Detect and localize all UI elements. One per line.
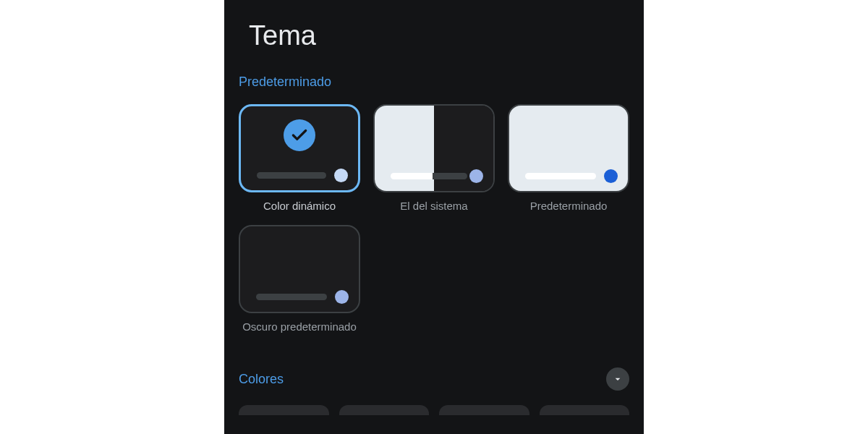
section-header-label: Colores [239, 372, 284, 387]
theme-option-system[interactable]: El del sistema [373, 104, 495, 212]
card-preview-dot [335, 290, 349, 304]
theme-grid: Color dinámico El del sistema Predetermi… [239, 104, 629, 333]
theme-option-dynamic[interactable]: Color dinámico [239, 104, 360, 212]
section-header-colores[interactable]: Colores [239, 367, 629, 391]
card-preview-bar [525, 173, 596, 179]
theme-card-light[interactable] [508, 104, 629, 192]
section-colores: Colores [239, 367, 629, 415]
expand-button[interactable] [606, 367, 629, 391]
page-title: Tema [249, 20, 629, 51]
card-preview-dot [334, 169, 348, 182]
card-preview-dot [604, 169, 618, 183]
card-preview-bar [433, 173, 467, 179]
theme-option-light[interactable]: Predeterminado [508, 104, 629, 212]
settings-screen: Tema Predeterminado Color dinámico El de… [224, 0, 644, 434]
theme-label-light: Predeterminado [530, 200, 608, 212]
theme-card-dynamic[interactable] [239, 104, 360, 192]
check-icon [284, 119, 315, 151]
section-header-predeterminado: Predeterminado [239, 75, 629, 90]
color-option[interactable] [439, 405, 529, 415]
card-preview-dot [469, 169, 483, 183]
color-options-row [239, 405, 629, 415]
card-preview-bar [256, 294, 327, 300]
theme-label-dynamic: Color dinámico [263, 200, 336, 212]
theme-card-dark[interactable] [239, 225, 360, 313]
color-option[interactable] [540, 405, 630, 415]
color-option[interactable] [339, 405, 430, 415]
theme-option-dark[interactable]: Oscuro predeterminado [239, 225, 360, 333]
card-preview-bar [391, 173, 433, 179]
theme-label-dark: Oscuro predeterminado [242, 320, 357, 333]
color-option[interactable] [239, 405, 329, 415]
theme-label-system: El del sistema [400, 200, 467, 212]
card-preview-bar [257, 172, 326, 179]
theme-card-system[interactable] [373, 104, 495, 192]
chevron-down-icon [612, 373, 624, 385]
